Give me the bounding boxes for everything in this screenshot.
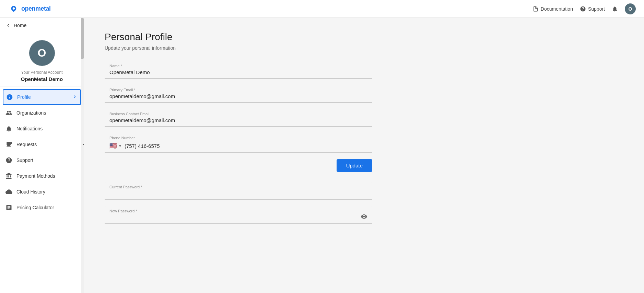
- name-field: Name *: [105, 61, 372, 79]
- sidebar-nav: Profile Organizations Notifications: [0, 86, 84, 293]
- documentation-label: Documentation: [541, 6, 573, 12]
- logo[interactable]: openmetal: [8, 5, 51, 12]
- current-password-label: Current Password *: [109, 185, 367, 189]
- main-content: Personal Profile Update your personal in…: [84, 18, 644, 293]
- brand-name: openmetal: [21, 5, 51, 12]
- support-icon: [580, 6, 586, 12]
- phone-country-selector[interactable]: 🇺🇸 ▼: [109, 142, 122, 150]
- phone-number-input[interactable]: [125, 143, 190, 149]
- sidebar-item-label-payment: Payment Methods: [16, 173, 78, 179]
- business-email-field: Business Contact Email: [105, 109, 372, 127]
- payment-icon: [5, 173, 12, 179]
- sidebar-item-label-cloud-history: Cloud History: [16, 189, 78, 195]
- sidebar-item-notifications[interactable]: Notifications: [0, 121, 84, 137]
- user-avatar[interactable]: O: [625, 3, 636, 14]
- phone-field: Phone Number 🇺🇸 ▼: [105, 133, 372, 153]
- support-sidebar-icon: [5, 157, 12, 164]
- update-button-row: Update: [105, 159, 372, 172]
- info-circle-icon: [6, 94, 13, 101]
- primary-email-field: Primary Email *: [105, 85, 372, 103]
- bell-sidebar-icon: [5, 125, 12, 132]
- business-email-label: Business Contact Email: [109, 112, 367, 116]
- name-label: Name *: [109, 64, 367, 68]
- page-subtitle: Update your personal information: [105, 45, 623, 51]
- calculator-icon: [5, 204, 12, 211]
- new-password-field: New Password *: [105, 206, 372, 224]
- primary-email-label: Primary Email *: [109, 88, 367, 92]
- support-link[interactable]: Support: [580, 6, 605, 12]
- top-nav-right: Documentation Support O: [532, 3, 636, 14]
- main-layout: Home O Your Personal Account OpenMetal D…: [0, 18, 644, 293]
- sidebar-item-label-requests: Requests: [16, 142, 78, 147]
- sidebar-item-cloud-history[interactable]: Cloud History: [0, 184, 84, 200]
- flag-dropdown-arrow: ▼: [118, 144, 122, 148]
- cloud-icon: [5, 188, 12, 195]
- flag-emoji: 🇺🇸: [109, 142, 117, 150]
- new-password-input[interactable]: [109, 214, 367, 220]
- support-label: Support: [588, 6, 605, 12]
- current-password-input[interactable]: [109, 190, 367, 196]
- update-button[interactable]: Update: [337, 159, 372, 172]
- primary-email-input[interactable]: [109, 93, 367, 99]
- account-name: OpenMetal Demo: [21, 76, 63, 82]
- account-label: Your Personal Account: [21, 70, 63, 75]
- sidebar-item-profile[interactable]: Profile: [3, 89, 81, 105]
- notifications-bell[interactable]: [612, 6, 618, 12]
- sidebar: Home O Your Personal Account OpenMetal D…: [0, 18, 84, 293]
- sidebar-avatar: O: [29, 40, 55, 66]
- sidebar-user-info: O Your Personal Account OpenMetal Demo: [0, 33, 84, 86]
- phone-label: Phone Number: [109, 136, 367, 140]
- business-email-input[interactable]: [109, 117, 367, 123]
- sidebar-item-label-organizations: Organizations: [16, 110, 78, 116]
- sidebar-item-label-profile: Profile: [17, 94, 68, 100]
- requests-icon: [5, 141, 12, 148]
- sidebar-item-label-notifications: Notifications: [16, 126, 78, 131]
- documentation-icon: [532, 6, 539, 12]
- openmetal-logo-icon: [8, 5, 19, 12]
- sidebar-item-label-support: Support: [16, 157, 78, 163]
- scrollbar-thumb[interactable]: [81, 18, 84, 59]
- sidebar-item-organizations[interactable]: Organizations: [0, 105, 84, 121]
- documentation-link[interactable]: Documentation: [532, 6, 573, 12]
- sidebar-item-payment-methods[interactable]: Payment Methods: [0, 168, 84, 184]
- chevron-left-icon: [5, 23, 11, 28]
- organizations-icon: [5, 109, 12, 116]
- name-input[interactable]: [109, 69, 367, 75]
- sidebar-item-support[interactable]: Support: [0, 152, 84, 168]
- toggle-password-visibility-icon[interactable]: [361, 213, 367, 221]
- chevron-right-icon: [72, 94, 78, 101]
- page-title: Personal Profile: [105, 32, 623, 43]
- back-label: Home: [14, 23, 26, 28]
- sidebar-item-pricing-calculator[interactable]: Pricing Calculator: [0, 200, 84, 215]
- arrow-annotation: [84, 144, 84, 145]
- current-password-field: Current Password *: [105, 182, 372, 200]
- new-password-label: New Password *: [109, 209, 367, 213]
- sidebar-item-label-pricing: Pricing Calculator: [16, 205, 78, 210]
- top-navigation: openmetal Documentation Support O: [0, 0, 644, 18]
- bell-icon: [612, 6, 618, 12]
- phone-input-row: 🇺🇸 ▼: [109, 142, 367, 150]
- back-to-home[interactable]: Home: [0, 18, 84, 33]
- sidebar-item-requests[interactable]: Requests: [0, 137, 84, 152]
